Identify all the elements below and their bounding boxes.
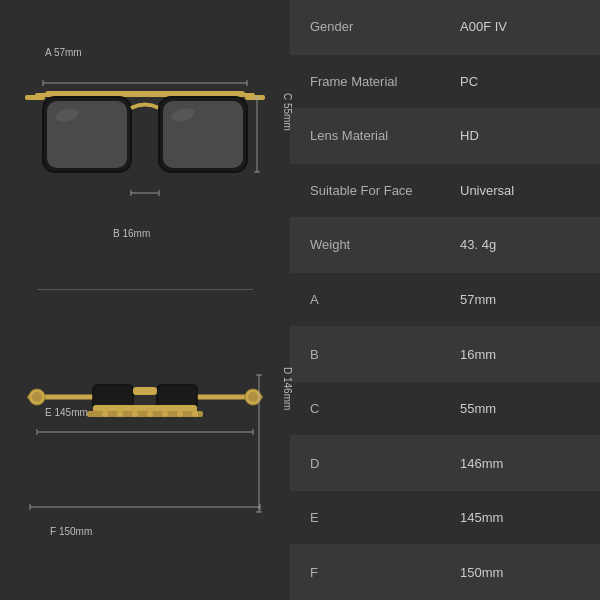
svg-point-31 — [102, 411, 108, 417]
spec-label: B — [290, 347, 450, 362]
spec-row: Suitable For FaceUniversal — [290, 164, 600, 219]
svg-point-33 — [132, 411, 138, 417]
svg-point-35 — [162, 411, 168, 417]
spec-value: 146mm — [450, 456, 600, 471]
spec-label: D — [290, 456, 450, 471]
dim-d-label: D 146mm — [282, 367, 293, 410]
spec-label: Lens Material — [290, 128, 450, 143]
spec-value: HD — [450, 128, 600, 143]
spec-row: Weight43. 4g — [290, 218, 600, 273]
dim-b-label: B 16mm — [113, 228, 150, 239]
spec-value: 43. 4g — [450, 237, 600, 252]
spec-label: Gender — [290, 19, 450, 34]
spec-value: 57mm — [450, 292, 600, 307]
spec-value: 145mm — [450, 510, 600, 525]
spec-value: 150mm — [450, 565, 600, 580]
spec-label: F — [290, 565, 450, 580]
spec-value: 55mm — [450, 401, 600, 416]
spec-label: A — [290, 292, 450, 307]
specs-panel: GenderA00F IVFrame MaterialPCLens Materi… — [290, 0, 600, 600]
svg-point-32 — [117, 411, 123, 417]
spec-row: E145mm — [290, 491, 600, 546]
svg-point-23 — [32, 392, 42, 402]
spec-row: Lens MaterialHD — [290, 109, 600, 164]
dim-a-label: A 57mm — [45, 47, 82, 58]
svg-point-25 — [248, 392, 258, 402]
svg-rect-7 — [163, 101, 243, 168]
spec-label: C — [290, 401, 450, 416]
glasses-front-view: A 57mm C 55mm B 16mm — [25, 63, 265, 223]
spec-value: Universal — [450, 183, 600, 198]
dim-c-label: C 55mm — [282, 93, 293, 131]
spec-row: Frame MaterialPC — [290, 55, 600, 110]
dim-f-label: F 150mm — [50, 526, 92, 537]
spec-value: A00F IV — [450, 19, 600, 34]
spec-value: PC — [450, 74, 600, 89]
spec-label: Suitable For Face — [290, 183, 450, 198]
svg-rect-4 — [47, 101, 127, 168]
spec-row: B16mm — [290, 327, 600, 382]
svg-rect-28 — [133, 387, 157, 395]
spec-label: Frame Material — [290, 74, 450, 89]
spec-row: A57mm — [290, 273, 600, 328]
spec-row: D146mm — [290, 436, 600, 491]
spec-label: Weight — [290, 237, 450, 252]
spec-value: 16mm — [450, 347, 600, 362]
svg-point-34 — [147, 411, 153, 417]
glasses-back-view: D 146mm E 145mm F 150mm — [25, 357, 265, 537]
divider — [37, 289, 253, 290]
svg-point-36 — [177, 411, 183, 417]
diagram-panel: A 57mm C 55mm B 16mm — [0, 0, 290, 600]
svg-rect-9 — [25, 95, 45, 100]
spec-row: C55mm — [290, 382, 600, 437]
svg-rect-10 — [245, 95, 265, 100]
spec-row: GenderA00F IV — [290, 0, 600, 55]
spec-row: F150mm — [290, 545, 600, 600]
spec-label: E — [290, 510, 450, 525]
dim-e-label: E 145mm — [45, 407, 88, 418]
svg-point-37 — [192, 411, 198, 417]
